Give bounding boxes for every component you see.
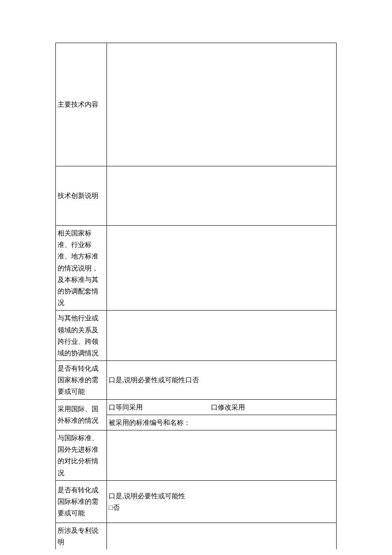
value-main-tech-content — [107, 43, 337, 166]
label-cross-industry: 与其他行业或领域的关系及跨行业、跨领域的协调情况 — [56, 311, 107, 361]
label-patent: 所涉及专利说明 — [56, 523, 107, 549]
label-innovation: 技术创新说明 — [56, 166, 107, 226]
label-intl-compare: 与国际标准、国外先进标准的对比分析情况 — [56, 430, 107, 481]
form-table: 主要技术内容 技术创新说明 相关国家标准、行业标准、地方标准的情况说明，及本标准… — [55, 43, 337, 549]
row-intl-compare: 与国际标准、国外先进标准的对比分析情况 — [56, 430, 337, 481]
value-cross-industry — [107, 311, 337, 361]
document-page: 主要技术内容 技术创新说明 相关国家标准、行业标准、地方标准的情况说明，及本标准… — [0, 0, 392, 555]
row-cross-industry: 与其他行业或领域的关系及跨行业、跨领域的协调情况 — [56, 311, 337, 361]
row-intl-standard-need: 是否有转化成国际标准的需要或可能 口是,说明必要性或可能性 □否 — [56, 480, 337, 523]
row-patent: 所涉及专利说明 — [56, 523, 337, 549]
label-intl-adopt: 采用国际、国外标准的情况 — [56, 399, 107, 430]
label-main-tech-content: 主要技术内容 — [56, 43, 107, 166]
value-related-standards — [107, 226, 337, 311]
option-identical-adopt: 口等同采用 — [109, 401, 143, 413]
value-intl-standard-need: 口是,说明必要性或可能性 □否 — [107, 480, 337, 523]
row-related-standards: 相关国家标准、行业标准、地方标准的情况说明，及本标准与其的协调配套情况 — [56, 226, 337, 311]
row-national-standard-need: 是否有转化成国家标准的需要或可能 口是,说明必要性或可能性口否 — [56, 361, 337, 400]
value-innovation — [107, 166, 337, 226]
row-intl-adopt-1: 采用国际、国外标准的情况 口等同采用 口修改采用 — [56, 399, 337, 415]
label-related-standards: 相关国家标准、行业标准、地方标准的情况说明，及本标准与其的协调配套情况 — [56, 226, 107, 311]
value-national-standard-need: 口是,说明必要性或可能性口否 — [107, 361, 337, 400]
intl-need-no: □否 — [109, 502, 334, 513]
value-intl-adopt-line2: 被采用的标准编号和名称： — [107, 415, 337, 430]
value-intl-compare — [107, 430, 337, 481]
label-intl-standard-need: 是否有转化成国际标准的需要或可能 — [56, 480, 107, 523]
label-national-standard-need: 是否有转化成国家标准的需要或可能 — [56, 361, 107, 400]
intl-need-yes: 口是,说明必要性或可能性 — [109, 490, 334, 502]
value-patent — [107, 523, 337, 549]
intl-adopt-options: 口等同采用 口修改采用 — [109, 401, 334, 413]
value-intl-adopt-line1: 口等同采用 口修改采用 — [107, 399, 337, 415]
option-modified-adopt: 口修改采用 — [211, 401, 245, 413]
row-main-tech-content: 主要技术内容 — [56, 43, 337, 166]
row-innovation: 技术创新说明 — [56, 166, 337, 226]
